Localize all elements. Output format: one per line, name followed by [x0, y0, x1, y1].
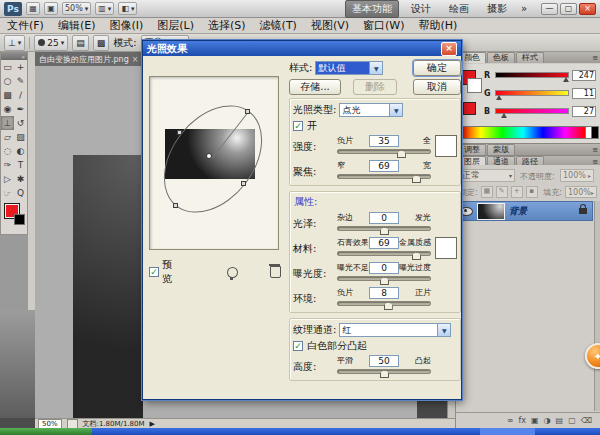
material-value-input[interactable]: 69 — [369, 237, 399, 249]
delete-style-button[interactable]: 删除 — [353, 79, 397, 95]
delete-light-trash-icon[interactable] — [270, 266, 281, 278]
save-style-button[interactable]: 存储... — [289, 79, 341, 95]
ok-button[interactable]: 确定 — [413, 60, 461, 76]
workspace-overflow-button[interactable]: » — [519, 3, 529, 14]
brush-panel-icon[interactable]: ▤ — [72, 35, 89, 51]
tool-crop[interactable]: ▩ — [1, 88, 14, 102]
channel-slider-thumb[interactable] — [496, 95, 502, 100]
tool-gradient[interactable]: ▨ — [14, 130, 27, 144]
panel-menu-icon[interactable]: ≡ — [592, 53, 598, 63]
current-tool-preset[interactable]: ⊥ — [4, 35, 25, 51]
ambience-value-input[interactable]: 8 — [369, 287, 399, 299]
workspace-tab-摄影[interactable]: 摄影 — [481, 1, 513, 17]
tool-blur[interactable]: ◌ — [1, 144, 14, 158]
panel-background-swatch[interactable] — [467, 78, 482, 93]
lock-all-icon[interactable]: ▪ — [526, 186, 538, 198]
new-layer-icon[interactable]: ▢ — [568, 416, 576, 425]
tool-dodge[interactable]: ◐ — [14, 144, 27, 158]
bridge-icon[interactable]: ▦ — [26, 2, 40, 15]
lock-pixels-icon[interactable]: ✎ — [496, 186, 508, 198]
delete-layer-icon[interactable]: ⌫ — [581, 416, 592, 425]
layer-row-background[interactable]: 背景 — [457, 201, 593, 221]
taskbar-item[interactable] — [480, 428, 535, 435]
light-on-checkbox[interactable]: ✓ — [293, 121, 303, 131]
add-light-bulb-icon[interactable] — [227, 267, 238, 278]
opacity-field[interactable]: 100%▸ — [560, 169, 594, 182]
intensity-color-swatch[interactable] — [435, 135, 457, 157]
exposure-slider-track[interactable] — [337, 274, 431, 284]
status-menu-arrow[interactable]: ▶ — [150, 420, 155, 428]
material-slider-track[interactable] — [337, 249, 431, 259]
menu-file[interactable]: 文件(F) — [0, 18, 51, 33]
light-handle[interactable] — [177, 130, 182, 135]
material-color-swatch[interactable] — [435, 237, 457, 259]
start-button[interactable] — [0, 428, 92, 435]
light-type-select[interactable]: 点光▼ — [339, 103, 403, 117]
tool-type[interactable]: T — [14, 158, 27, 172]
lock-position-icon[interactable]: + — [511, 186, 523, 198]
gloss-slider-track[interactable] — [337, 224, 431, 234]
layer-style-icon[interactable]: fx — [518, 416, 526, 425]
menu-edit[interactable]: 编辑(E) — [51, 18, 103, 33]
workspace-tab-绘画[interactable]: 绘画 — [443, 1, 475, 17]
spectrum-black-swatch[interactable] — [591, 126, 599, 139]
brush-size-picker[interactable]: 25 — [34, 35, 68, 51]
panel-menu-icon[interactable]: ≡ — [592, 145, 598, 155]
clone-source-icon[interactable]: ▩ — [93, 35, 110, 51]
height-value-input[interactable]: 50 — [369, 355, 399, 367]
tool-path-selection[interactable]: ▷ — [1, 172, 14, 186]
menu-view[interactable]: 视图(V) — [304, 18, 356, 33]
minimize-button[interactable]: — — [541, 3, 558, 15]
intensity-slider-track[interactable] — [337, 147, 431, 157]
mid-panel-tab-蒙版[interactable]: 蒙版 — [487, 144, 515, 155]
tool-quick-selection[interactable]: ✎ — [14, 74, 27, 88]
channel-slider-thumb[interactable] — [563, 77, 569, 82]
status-zoom-field[interactable]: 50% — [38, 419, 62, 429]
color-spectrum-ramp[interactable] — [460, 126, 586, 139]
light-handle[interactable] — [245, 109, 250, 114]
light-center-handle[interactable] — [206, 153, 212, 159]
channel-slider-B[interactable] — [495, 108, 569, 114]
focus-value-input[interactable]: 69 — [369, 160, 399, 172]
channel-slider-G[interactable] — [495, 90, 569, 96]
light-handle[interactable] — [173, 203, 178, 208]
gamut-warning-swatch[interactable] — [463, 102, 476, 115]
restore-button[interactable]: ▢ — [560, 3, 577, 15]
channel-value-G[interactable]: 11 — [572, 88, 596, 99]
white-is-high-checkbox[interactable]: ✓ — [293, 341, 303, 351]
arrange-documents-icon[interactable]: ▥ — [95, 2, 114, 15]
texture-channel-select[interactable]: 红▼ — [339, 323, 451, 337]
ambience-slider-track[interactable] — [337, 299, 431, 309]
channel-value-R[interactable]: 247 — [572, 70, 596, 81]
menu-image[interactable]: 图像(I) — [102, 18, 150, 33]
tool-lasso[interactable]: ○ — [1, 74, 14, 88]
tool-rectangular-marquee[interactable]: ▭ — [1, 60, 14, 74]
menu-layer[interactable]: 图层(L) — [150, 18, 201, 33]
tool-clone-stamp[interactable]: ⊥ — [1, 116, 14, 130]
menu-help[interactable]: 帮助(H) — [411, 18, 464, 33]
document-close-icon[interactable]: × — [132, 55, 139, 64]
dialog-close-icon[interactable]: × — [441, 42, 457, 56]
lock-transparency-icon[interactable]: ▦ — [481, 186, 493, 198]
tool-history-brush[interactable]: ↺ — [14, 116, 27, 130]
layer-group-icon[interactable]: ▤ — [556, 416, 564, 425]
channel-slider-thumb[interactable] — [501, 113, 507, 118]
tool-zoom[interactable]: Q — [14, 186, 27, 200]
workspace-tab-基本功能[interactable]: 基本功能 — [345, 0, 399, 18]
background-color-swatch[interactable] — [14, 214, 25, 225]
height-slider-track[interactable] — [337, 367, 431, 377]
tool-pen[interactable]: ✑ — [1, 158, 14, 172]
menu-filter[interactable]: 滤镜(T) — [253, 18, 304, 33]
tool-eyedropper[interactable]: ∕ — [14, 88, 27, 102]
color-panel-tab-色板[interactable]: 色板 — [487, 52, 515, 63]
channel-slider-R[interactable] — [495, 72, 569, 78]
zoom-level-select[interactable]: 50% — [62, 2, 91, 15]
layer-thumbnail[interactable] — [477, 203, 505, 220]
channel-value-B[interactable]: 27 — [572, 106, 596, 117]
close-button[interactable]: × — [579, 3, 596, 15]
menu-select[interactable]: 选择(S) — [201, 18, 253, 33]
light-preview-canvas[interactable] — [149, 76, 279, 250]
canvas-image[interactable] — [73, 155, 143, 418]
intensity-value-input[interactable]: 35 — [369, 135, 399, 147]
tool-brush[interactable]: ✒ — [14, 102, 27, 116]
